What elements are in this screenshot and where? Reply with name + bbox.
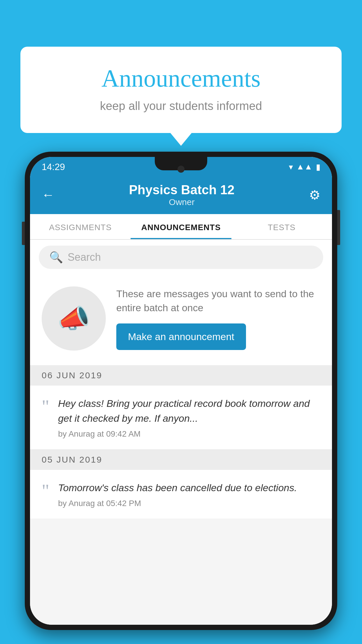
front-camera	[178, 166, 184, 173]
speech-bubble: Announcements keep all your students inf…	[20, 47, 342, 133]
announcement-meta: by Anurag at 05:42 PM	[58, 499, 320, 508]
tab-assignments[interactable]: ASSIGNMENTS	[30, 214, 131, 239]
megaphone-icon: 📣	[57, 303, 90, 334]
user-role: Owner	[55, 197, 309, 207]
tab-tests[interactable]: TESTS	[231, 214, 332, 239]
date-divider-june6: 06 JUN 2019	[30, 365, 332, 386]
promo-icon-circle: 📣	[42, 286, 106, 351]
announcement-subtitle: keep all your students informed	[44, 99, 318, 113]
tab-bar: ASSIGNMENTS ANNOUNCEMENTS TESTS	[30, 214, 332, 240]
promo-card: 📣 These are messages you want to send to…	[30, 275, 332, 365]
signal-icon: ▲▲	[296, 162, 312, 172]
volume-button	[22, 222, 25, 245]
phone-screen: 14:29 ▾ ▲▲ ▮ ← Physics Batch 12 Owner ⚙	[30, 157, 332, 625]
announcement-content: Tomorrow's class has been cancelled due …	[58, 480, 320, 508]
announcement-item[interactable]: " Hey class! Bring your practical record…	[30, 386, 332, 449]
status-time: 14:29	[42, 162, 65, 172]
back-button[interactable]: ←	[42, 188, 55, 202]
search-icon: 🔍	[49, 251, 63, 264]
wifi-icon: ▾	[289, 162, 293, 172]
announcement-meta: by Anurag at 09:42 AM	[58, 429, 320, 439]
power-button	[337, 210, 340, 245]
phone-notch	[155, 157, 207, 170]
battery-icon: ▮	[316, 162, 320, 172]
status-icons: ▾ ▲▲ ▮	[289, 162, 320, 172]
header-center: Physics Batch 12 Owner	[55, 183, 309, 207]
search-container: 🔍 Search	[30, 240, 332, 275]
tab-announcements[interactable]: ANNOUNCEMENTS	[131, 214, 231, 239]
phone-outer-shell: 14:29 ▾ ▲▲ ▮ ← Physics Batch 12 Owner ⚙	[25, 152, 337, 630]
search-placeholder: Search	[68, 251, 101, 263]
quote-icon: "	[42, 397, 49, 439]
app-header: ← Physics Batch 12 Owner ⚙	[30, 177, 332, 214]
quote-icon: "	[42, 482, 49, 508]
batch-name: Physics Batch 12	[55, 183, 309, 197]
promo-content: These are messages you want to send to t…	[116, 287, 320, 350]
settings-button[interactable]: ⚙	[309, 188, 320, 202]
make-announcement-button[interactable]: Make an announcement	[116, 323, 246, 350]
app-content[interactable]: 🔍 Search 📣 These are messages you want t…	[30, 240, 332, 625]
announcement-text: Tomorrow's class has been cancelled due …	[58, 480, 320, 495]
announcement-text: Hey class! Bring your practical record b…	[58, 396, 320, 426]
announcement-title: Announcements	[44, 64, 318, 92]
promo-description: These are messages you want to send to t…	[116, 287, 320, 315]
phone-mockup: 14:29 ▾ ▲▲ ▮ ← Physics Batch 12 Owner ⚙	[25, 152, 337, 644]
announcement-content: Hey class! Bring your practical record b…	[58, 396, 320, 439]
announcement-item[interactable]: " Tomorrow's class has been cancelled du…	[30, 470, 332, 519]
speech-bubble-section: Announcements keep all your students inf…	[20, 47, 342, 133]
search-box[interactable]: 🔍 Search	[39, 246, 323, 269]
date-divider-june5: 05 JUN 2019	[30, 449, 332, 470]
